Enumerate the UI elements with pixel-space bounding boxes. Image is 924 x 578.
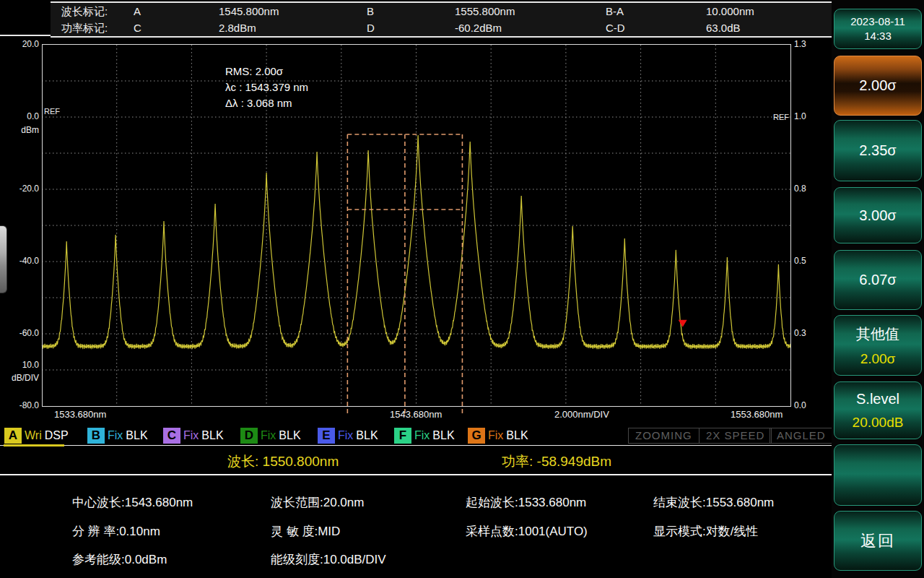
y-axis-tick-right: 1.0 — [794, 111, 806, 121]
datetime-line: 14:33 — [864, 29, 892, 43]
settings-row: 分 辨 率:0.10nm灵 敏 度:MID采样点数:1001(AUTO)显示模式… — [72, 523, 832, 540]
sidebar-button-sigma-3.00[interactable]: 3.00σ — [834, 187, 922, 243]
y-axis-tick-right: 1.3 — [794, 39, 806, 49]
separator-line — [0, 445, 832, 446]
ref-label-right: REF — [773, 113, 789, 121]
x-label-start: 1533.680nm — [54, 409, 106, 420]
trace-label-row: AWriDSPBFixBLKCFixBLKDFixBLKEFixBLKFFixB… — [0, 428, 832, 445]
wavelength-readout-label: 波长: — [227, 454, 258, 469]
annotation-rms: RMS: 2.00σ — [225, 64, 308, 79]
y-axis-tick-left: 0.0 — [0, 111, 39, 121]
trace-mode: Fix — [488, 429, 503, 442]
trace-letter-badge: E — [318, 428, 335, 444]
chart-plot[interactable]: 20.00.0-20.0-40.0-60.0-80.0 1.31.00.80.5… — [0, 0, 832, 467]
sidebar-button-sigma-2.00[interactable]: 2.00σ — [834, 56, 922, 116]
y-axis-tick-left: -80.0 — [0, 400, 39, 410]
status-toggle-angled[interactable]: ANGLED — [770, 428, 833, 444]
wavelength-readout-value: 1550.800nm — [263, 454, 339, 469]
button-label: 3.00σ — [859, 207, 896, 224]
measurement-annotation: RMS: 2.00σ λc : 1543.379 nm Δλ : 3.068 n… — [225, 64, 308, 111]
trace-status: BLK — [201, 429, 223, 442]
trace-status: BLK — [432, 429, 454, 442]
settings-item: 中心波长:1543.680nm — [72, 494, 193, 511]
trace-label-F[interactable]: FFixBLK — [394, 428, 455, 444]
spectrum-svg — [0, 0, 832, 467]
trace-status: BLK — [126, 429, 147, 442]
settings-row: 参考能级:0.0dBm能级刻度:10.0dB/DIV — [72, 551, 832, 569]
trace-status: BLK — [279, 429, 300, 442]
trace-letter-badge: G — [468, 428, 485, 444]
x-label-per-div: 2.000nm/DIV — [554, 409, 609, 420]
annotation-lambda-c: λc : 1543.379 nm — [225, 79, 308, 95]
trace-label-E[interactable]: EFixBLK — [318, 428, 378, 444]
trace-label-A[interactable]: AWriDSP — [4, 428, 69, 444]
sidebar-button-blank[interactable] — [834, 444, 922, 506]
sidebar-button-back[interactable]: 返回 — [834, 511, 922, 571]
settings-item: 波长范围:20.0nm — [271, 494, 364, 511]
active-trace-underline — [4, 444, 64, 447]
cursor-marker-icon — [679, 320, 687, 327]
trace-status: BLK — [356, 429, 378, 442]
settings-item: 显示模式:对数/线性 — [653, 523, 758, 540]
trace-letter-badge: C — [163, 428, 180, 444]
button-label: 2.00σ — [859, 77, 896, 94]
trace-mode: Fix — [108, 429, 123, 442]
trace-letter-badge: B — [87, 428, 105, 444]
trace-letter-badge: D — [240, 428, 258, 444]
button-label: 6.07σ — [859, 272, 896, 288]
wavelength-readout: 波长: 1550.800nm — [227, 452, 339, 471]
settings-item: 起始波长:1533.680nm — [466, 494, 586, 511]
power-readout-value: -58.949dBm — [537, 454, 612, 469]
sidebar-button-other-value[interactable]: 其他值2.00σ — [834, 315, 922, 376]
sidebar-button-sigma-2.35[interactable]: 2.35σ — [834, 120, 922, 181]
y-axis-tick-left: -20.0 — [0, 184, 39, 194]
button-label: 返回 — [860, 530, 895, 552]
separator-line-2 — [0, 474, 832, 475]
button-value: 20.00dB — [853, 415, 904, 431]
trace-label-B[interactable]: BFixBLK — [87, 428, 148, 444]
trace-mode: Wri — [25, 429, 42, 442]
power-readout: 功率: -58.949dBm — [502, 452, 611, 471]
button-label: 2.35σ — [859, 142, 896, 159]
button-label: 其他值 — [856, 324, 899, 344]
status-toggle-2x-speed[interactable]: 2X SPEED — [699, 428, 772, 444]
trace-letter-badge: A — [4, 428, 22, 444]
button-value: 2.00σ — [860, 351, 896, 367]
ref-label-left: REF — [44, 107, 60, 116]
sidebar-button-sigma-6.07[interactable]: 6.07σ — [834, 250, 922, 310]
y-axis-tick-right: 0.8 — [794, 184, 806, 194]
trace-mode: Fix — [183, 429, 199, 442]
settings-row: 中心波长:1543.680nm波长范围:20.0nm起始波长:1533.680n… — [72, 494, 832, 512]
cursor-readout: 波长: 1550.800nm 功率: -58.949dBm — [0, 448, 832, 474]
y-axis-tick-left: 20.0 — [0, 39, 39, 49]
y-axis-tick-right: 0.0 — [794, 400, 806, 410]
osa-screen: 波长标记:A1545.800nmB1555.800nmB-A10.000nm功率… — [0, 0, 924, 578]
settings-item: 结束波长:1553.680nm — [653, 494, 774, 511]
y-axis-tick-right: 0.3 — [794, 328, 806, 338]
trace-letter-badge: F — [394, 428, 411, 444]
annotation-delta-lambda: Δλ : 3.068 nm — [225, 95, 308, 111]
trace-label-G[interactable]: GFixBLK — [468, 428, 528, 444]
settings-item: 灵 敏 度:MID — [271, 523, 340, 540]
button-label: S.level — [856, 391, 899, 407]
sidebar: 2023-08-1114:332.00σ2.35σ3.00σ6.07σ其他值2.… — [832, 0, 924, 578]
sidebar-button-s-level[interactable]: S.level20.00dB — [834, 381, 922, 439]
power-readout-label: 功率: — [502, 454, 533, 469]
trace-label-C[interactable]: CFixBLK — [163, 428, 224, 444]
status-toggle-zooming[interactable]: ZOOMING — [628, 428, 699, 444]
y-axis-unit: dBm — [21, 125, 39, 135]
settings-item: 分 辨 率:0.10nm — [72, 523, 160, 540]
settings-panel: 中心波长:1543.680nm波长范围:20.0nm起始波长:1533.680n… — [0, 478, 832, 578]
trace-mode: Fix — [261, 429, 276, 442]
y-axis-tick-left: -60.0 — [0, 328, 39, 338]
y-axis-tick-right: 0.5 — [794, 256, 806, 266]
settings-item: 参考能级:0.0dBm — [72, 551, 167, 568]
settings-item: 采样点数:1001(AUTO) — [466, 523, 588, 540]
trace-label-D[interactable]: DFixBLK — [240, 428, 301, 444]
x-label-center: 1543.680nm — [390, 409, 442, 420]
sidebar-button-datetime[interactable]: 2023-08-1114:33 — [834, 9, 922, 49]
y-axis-scale: 10.0 — [22, 360, 39, 370]
trace-mode: Fix — [414, 429, 430, 442]
trace-status: BLK — [506, 429, 528, 442]
trace-status: DSP — [45, 429, 69, 442]
